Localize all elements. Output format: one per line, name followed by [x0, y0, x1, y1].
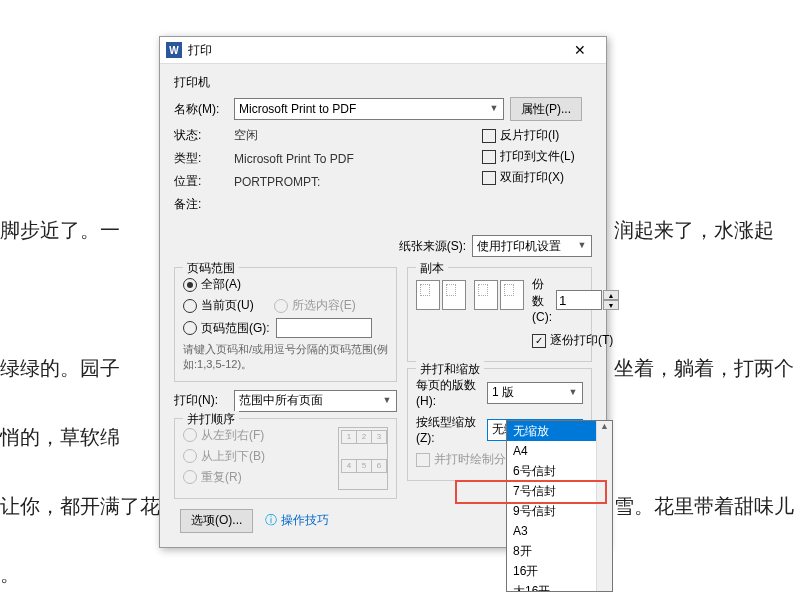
app-icon: W — [166, 42, 182, 58]
chevron-down-icon: ▼ — [575, 238, 589, 252]
printer-name-combo[interactable]: Microsoft Print to PDF▼ — [234, 98, 504, 120]
order-tb-radio: 从上到下(B) — [183, 448, 338, 465]
info-icon: ⓘ — [265, 512, 277, 529]
bg-text: ，绿绿的。园子 — [0, 352, 120, 384]
range-pages-input[interactable] — [276, 318, 372, 338]
paper-source-combo[interactable]: 使用打印机设置▼ — [472, 235, 592, 257]
order-repeat-radio: 重复(R) — [183, 469, 338, 486]
copies-label: 份数(C): — [532, 276, 552, 324]
status-label: 状态: — [174, 127, 234, 144]
copies-group: 副本 份数(C): ▲▼ ✓逐份打印(T) — [407, 267, 592, 362]
dialog-title: 打印 — [188, 42, 560, 59]
options-button[interactable]: 选项(O)... — [180, 509, 253, 533]
where-label: 位置: — [174, 173, 234, 190]
where-value: PORTPROMPT: — [234, 175, 320, 189]
scale-to-paper-label: 按纸型缩放(Z): — [416, 414, 487, 445]
properties-button[interactable]: 属性(P)... — [510, 97, 582, 121]
spin-up-icon[interactable]: ▲ — [603, 290, 619, 300]
pages-per-sheet-combo[interactable]: 1 版▼ — [487, 382, 583, 404]
dropdown-scrollbar[interactable]: ▲ — [596, 421, 612, 591]
scale-title: 并打和缩放 — [416, 361, 484, 378]
printer-name-label: 名称(M): — [174, 101, 234, 118]
print-order-group: 并打顺序 从左到右(F) 从上到下(B) 重复(R) 123456 — [174, 418, 397, 499]
print-order-title: 并打顺序 — [183, 411, 239, 428]
close-button[interactable]: ✕ — [560, 39, 600, 61]
titlebar: W 打印 ✕ — [160, 37, 606, 64]
copies-input[interactable] — [556, 290, 602, 310]
comment-label: 备注: — [174, 196, 234, 213]
type-label: 类型: — [174, 150, 234, 167]
bg-text: 坐着，躺着，打两个 — [614, 352, 794, 384]
chevron-down-icon: ▼ — [566, 385, 580, 399]
print-what-combo[interactable]: 范围中所有页面▼ — [234, 390, 397, 412]
range-current-radio[interactable]: 当前页(U) — [183, 297, 254, 314]
chevron-down-icon: ▼ — [380, 393, 394, 407]
type-value: Microsoft Print To PDF — [234, 152, 354, 166]
scroll-up-icon[interactable]: ▲ — [597, 421, 612, 431]
status-value: 空闲 — [234, 127, 258, 144]
copies-title: 副本 — [416, 260, 448, 277]
print-what-label: 打印(N): — [174, 392, 234, 409]
duplex-checkbox[interactable]: 双面打印(X) — [482, 169, 592, 186]
paper-source-label: 纸张来源(S): — [399, 238, 466, 255]
page-range-title: 页码范围 — [183, 260, 239, 277]
collate-preview — [416, 280, 524, 310]
chevron-down-icon: ▼ — [487, 101, 501, 115]
pages-per-sheet-label: 每页的版数(H): — [416, 377, 487, 408]
printer-section-label: 打印机 — [174, 74, 592, 91]
range-pages-radio[interactable]: 页码范围(G): — [183, 318, 388, 338]
bg-text: 雪。花里带着甜味儿 — [614, 490, 794, 522]
bg-text: 润起来了，水涨起 — [614, 214, 774, 246]
scale-paper-dropdown[interactable]: 无缩放 A4 6号信封 7号信封 9号信封 A3 8开 16开 大16开 32开… — [506, 420, 613, 592]
bg-text: 的脚步近了。一 — [0, 214, 120, 246]
collate-checkbox[interactable]: ✓逐份打印(T) — [532, 332, 619, 349]
bg-text: 儿。 — [0, 558, 20, 590]
print-to-file-checkbox[interactable]: 打印到文件(L) — [482, 148, 592, 165]
page-range-group: 页码范围 全部(A) 当前页(U) 所选内容(E) 页码范围(G): 请键入页码… — [174, 267, 397, 382]
range-all-radio[interactable]: 全部(A) — [183, 276, 388, 293]
bg-text: 悄悄的，草软绵 — [0, 421, 120, 453]
order-preview: 123456 — [338, 427, 388, 490]
range-hint: 请键入页码和/或用逗号分隔的页码范围(例如:1,3,5-12)。 — [183, 342, 388, 373]
range-selection-radio: 所选内容(E) — [274, 297, 356, 314]
copies-spinner[interactable]: ▲▼ — [556, 290, 619, 310]
reverse-print-checkbox[interactable]: 反片打印(I) — [482, 127, 592, 144]
tips-link[interactable]: ⓘ操作技巧 — [265, 512, 329, 529]
spin-down-icon[interactable]: ▼ — [603, 300, 619, 310]
order-lr-radio: 从左到右(F) — [183, 427, 338, 444]
